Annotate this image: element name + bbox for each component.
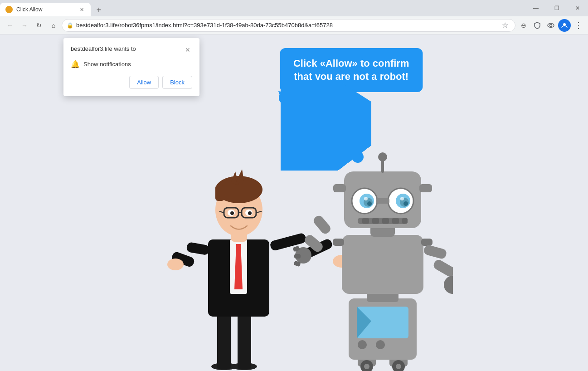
svg-rect-86 — [402, 218, 408, 224]
svg-point-77 — [400, 197, 404, 200]
back-button[interactable]: ← — [4, 19, 16, 32]
active-tab[interactable]: Click Allow ✕ — [0, 3, 91, 16]
svg-rect-50 — [333, 239, 344, 246]
svg-point-40 — [364, 364, 369, 369]
svg-point-42 — [396, 364, 401, 369]
maximize-button[interactable]: ❐ — [546, 0, 567, 16]
window-controls: — ❐ ✕ — [525, 0, 588, 16]
svg-rect-51 — [421, 239, 432, 246]
svg-rect-59 — [432, 258, 453, 278]
svg-point-74 — [367, 201, 372, 206]
svg-rect-49 — [342, 235, 423, 294]
title-bar: Click Allow ✕ + — ❐ ✕ — [0, 0, 588, 16]
svg-rect-56 — [294, 254, 301, 259]
svg-point-0 — [7, 7, 11, 12]
svg-point-3 — [563, 23, 566, 26]
svg-point-36 — [248, 211, 252, 215]
reload-button[interactable]: ↻ — [33, 19, 45, 32]
popup-buttons: Allow Block — [71, 76, 192, 89]
main-illustration — [136, 135, 453, 371]
eye-button[interactable] — [544, 19, 557, 32]
popup-notification-label: Show notifications — [83, 61, 131, 68]
svg-rect-8 — [217, 312, 231, 369]
popup-notification-row: 🔔 Show notifications — [71, 60, 192, 68]
svg-point-47 — [376, 340, 385, 349]
menu-button[interactable]: ⋮ — [572, 19, 584, 32]
popup-header: bestdealfor3.life wants to ✕ — [71, 45, 192, 54]
arrow-svg — [281, 80, 371, 171]
close-button[interactable]: ✕ — [567, 0, 588, 16]
svg-rect-67 — [419, 184, 432, 192]
popup-title: bestdealfor3.life wants to — [71, 45, 136, 52]
page-content: bestdealfor3.life wants to ✕ 🔔 Show noti… — [0, 34, 588, 371]
svg-rect-83 — [372, 218, 379, 224]
bookmark-icon[interactable]: ☆ — [500, 20, 510, 31]
svg-rect-82 — [362, 218, 369, 224]
minimize-button[interactable]: — — [525, 0, 546, 16]
svg-rect-13 — [186, 242, 210, 255]
home-button[interactable]: ⌂ — [47, 19, 60, 32]
tab-strip: Click Allow ✕ + — [0, 0, 525, 16]
popup-close-button[interactable]: ✕ — [183, 45, 192, 54]
profile-button[interactable] — [558, 19, 571, 32]
lock-icon: 🔒 — [67, 22, 73, 29]
url-text: bestdealfor3.life/robot36fpms1/index.htm… — [76, 22, 497, 29]
zoom-button[interactable]: ⊖ — [517, 19, 530, 32]
svg-rect-9 — [238, 312, 251, 369]
svg-point-35 — [230, 211, 234, 215]
forward-button[interactable]: → — [18, 19, 31, 32]
svg-point-75 — [403, 201, 408, 206]
address-bar[interactable]: 🔒 bestdealfor3.life/robot36fpms1/index.h… — [62, 19, 515, 32]
svg-rect-84 — [382, 218, 389, 224]
nav-right-controls: ⊖ ⋮ — [517, 19, 584, 32]
bell-icon: 🔔 — [71, 60, 80, 68]
svg-point-80 — [378, 152, 387, 161]
svg-point-60 — [444, 276, 453, 294]
svg-rect-25 — [215, 185, 224, 201]
tab-title: Click Allow — [16, 6, 74, 13]
speech-bubble-text: Click «Allow» to confirm that you are no… — [293, 57, 409, 83]
svg-rect-52 — [311, 214, 332, 236]
svg-rect-58 — [423, 244, 447, 259]
block-button[interactable]: Block — [162, 76, 192, 89]
allow-button[interactable]: Allow — [129, 76, 159, 89]
svg-point-15 — [167, 259, 184, 270]
svg-rect-85 — [392, 218, 399, 224]
svg-rect-78 — [376, 198, 389, 204]
notification-popup: bestdealfor3.life wants to ✕ 🔔 Show noti… — [63, 38, 199, 96]
navigation-bar: ← → ↻ ⌂ 🔒 bestdealfor3.life/robot36fpms1… — [0, 16, 588, 34]
svg-point-2 — [550, 24, 552, 26]
svg-point-76 — [364, 197, 368, 200]
tab-close-button[interactable]: ✕ — [78, 6, 85, 13]
svg-rect-66 — [333, 184, 346, 192]
shield-button[interactable] — [531, 19, 544, 32]
tab-favicon — [5, 6, 13, 13]
new-tab-button[interactable]: + — [92, 4, 105, 16]
svg-point-46 — [358, 340, 367, 349]
chrome-window: Click Allow ✕ + — ❐ ✕ ← → ↻ ⌂ 🔒 bestdeal… — [0, 0, 588, 371]
